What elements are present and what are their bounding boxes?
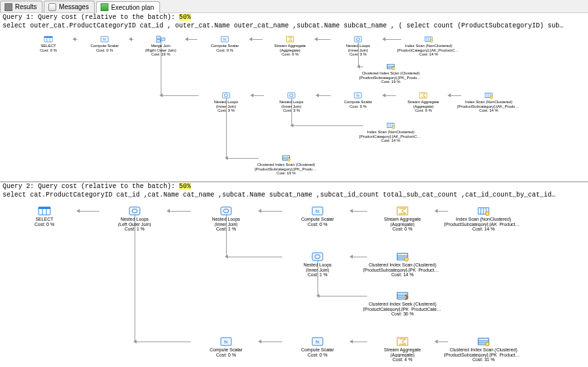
svg-rect-7 <box>157 40 161 42</box>
operator-label: Stream Aggregate <box>259 44 321 48</box>
operator-detail: (Aggregate) <box>363 353 442 358</box>
operator-cost: Cost: 3 % <box>260 108 323 113</box>
plan-operator-select[interactable]: SELECT Cost: 0 % <box>17 35 80 52</box>
scalar-icon: fx <box>278 336 357 347</box>
agg-icon <box>363 206 442 216</box>
plan-operator-agg[interactable]: Stream Aggregate (Aggregate) Cost: 0 % <box>392 91 455 113</box>
plan-operator-cixscan[interactable]: Clustered Index Scan (Clustered) [Produc… <box>444 336 523 362</box>
plan-operator-agg[interactable]: Stream Aggregate (Aggregate) Cost: 4 % <box>363 336 442 362</box>
operator-label: Clustered Index Scan (Clustered) <box>444 347 523 353</box>
plan-canvas[interactable]: SELECT Cost: 0 % Nested Loops (Left Oute… <box>0 199 588 367</box>
operator-label: Nested Loops <box>195 100 257 104</box>
operator-cost: Cost: 3 % <box>327 52 389 57</box>
plan-operator-loops[interactable]: Nested Loops (Inner Join) Cost: 3 % <box>260 91 323 113</box>
operator-detail: (Inner Join) <box>195 104 257 109</box>
tab-execution-plan[interactable]: Execution plan <box>96 1 160 13</box>
svg-text:fx: fx <box>224 339 228 345</box>
plan-operator-loops[interactable]: Nested Loops (Left Outer Join) Cost: 1 % <box>95 206 174 232</box>
plan-operator-select[interactable]: SELECT Cost: 0 % <box>5 206 84 227</box>
loops-icon <box>95 206 174 216</box>
operator-detail: (Left Outer Join) <box>95 222 174 227</box>
query-sql-text: select outer_cat.ProductCategoryID cat_i… <box>0 22 588 30</box>
operator-label: Nested Loops <box>278 263 357 268</box>
svg-text:fx: fx <box>223 37 227 41</box>
loops-icon <box>187 206 265 216</box>
plan-operator-ixscan[interactable]: Index Scan (NonClustered) [ProductSubcat… <box>444 206 523 232</box>
query-block: Query 1: Query cost (relative to the bat… <box>0 13 588 182</box>
ixscan-icon <box>359 121 422 129</box>
plan-operator-scalar[interactable]: fx Compute Scalar Cost: 0 % <box>187 336 265 357</box>
operator-cost: Cost: 23 % <box>129 52 192 57</box>
operator-cost: Cost: 0 % <box>17 48 80 53</box>
plan-operator-loops[interactable]: Nested Loops (Inner Join) Cost: 1 % <box>187 206 265 232</box>
plan-canvas[interactable]: SELECT Cost: 0 %fx Compute Scalar Cost: … <box>0 30 588 182</box>
svg-rect-47 <box>129 207 140 215</box>
operator-detail: (Inner Join) <box>260 104 323 109</box>
tab-results[interactable]: Results <box>0 1 42 12</box>
operator-detail: (Aggregate) <box>259 48 321 53</box>
plan-operator-scalar[interactable]: fx Compute Scalar Cost: 0 % <box>73 35 136 52</box>
operator-cost: Cost: 1 % <box>187 227 265 232</box>
plan-operator-scalar[interactable]: fx Compute Scalar Cost: 0 % <box>327 91 389 108</box>
ixscan-icon <box>444 206 523 216</box>
operator-cost: Cost: 0 % <box>187 353 265 358</box>
tab-label: Execution plan <box>111 4 154 11</box>
operator-cost: Cost: 14 % <box>397 52 460 57</box>
operator-label: Merge Join <box>129 44 192 48</box>
tab-messages[interactable]: Messages <box>44 1 95 12</box>
operator-cost: Cost: 14 % <box>457 108 520 113</box>
plan-operator-cixscan[interactable]: Clustered Index Scan (Clustered) [Produc… <box>255 154 318 176</box>
plan-operator-cixseek[interactable]: Clustered Index Seek (Clustered) [Produc… <box>363 291 442 317</box>
svg-rect-14 <box>354 37 361 42</box>
plan-operator-scalar[interactable]: fx Compute Scalar Cost: 0 % <box>193 35 256 52</box>
svg-text:fx: fx <box>357 93 360 97</box>
tab-label: Results <box>15 3 37 10</box>
plan-operator-cixscan[interactable]: Clustered Index Scan (Clustered) [Produc… <box>359 63 422 84</box>
operator-cost: Cost: 14 % <box>444 227 523 232</box>
query-cost-pct: 50% <box>179 14 191 21</box>
operator-label: Clustered Index Seek (Clustered) <box>363 302 442 307</box>
operator-cost: Cost: 0 % <box>278 222 357 227</box>
scalar-icon: fx <box>327 91 389 99</box>
arrow-icon <box>316 294 319 298</box>
plan-operator-scalar[interactable]: fx Compute Scalar Cost: 0 % <box>278 206 357 227</box>
arrow-icon <box>133 340 137 343</box>
loops-icon <box>327 35 389 43</box>
plan-operator-cixscan[interactable]: Clustered Index Scan (Clustered) [Produc… <box>363 251 442 278</box>
svg-rect-57 <box>312 253 323 261</box>
svg-point-38 <box>392 126 395 129</box>
tab-label: Messages <box>59 3 89 10</box>
operator-cost: Cost: 0 % <box>259 52 321 57</box>
operator-cost: Cost: 14 % <box>359 138 422 143</box>
plan-edge <box>135 342 191 342</box>
arrow-icon <box>290 123 293 127</box>
plan-operator-ixscan[interactable]: Index Scan (NonClustered) [ProductCatego… <box>397 35 460 57</box>
svg-rect-48 <box>221 207 231 215</box>
svg-rect-25 <box>287 93 295 98</box>
operator-detail: (Aggregate) <box>392 104 455 109</box>
plan-operator-scalar[interactable]: fx Compute Scalar Cost: 0 % <box>278 336 357 357</box>
plan-operator-loops[interactable]: Nested Loops (Inner Join) Cost: 1 % <box>278 251 357 278</box>
plan-operator-merge[interactable]: Merge Join (Right Outer Join) Cost: 23 % <box>129 35 192 57</box>
arrow-icon <box>225 156 228 160</box>
plan-operator-agg[interactable]: Stream Aggregate (Aggregate) Cost: 0 % <box>259 35 321 57</box>
plan-operator-ixscan[interactable]: Index Scan (NonClustered) [ProductSubcat… <box>457 91 520 113</box>
operator-label: Compute Scalar <box>278 217 357 222</box>
plan-operator-agg[interactable]: Stream Aggregate (Aggregate) Cost: 0 % <box>363 206 442 232</box>
grid-icon <box>5 3 12 11</box>
svg-point-19 <box>430 40 433 42</box>
operator-cost: Cost: 36 % <box>363 311 442 317</box>
svg-point-56 <box>485 212 489 215</box>
ixscan-icon <box>457 91 520 99</box>
operator-cost: Cost: 1 % <box>278 272 357 278</box>
plan-operator-loops[interactable]: Nested Loops (Inner Join) Cost: 3 % <box>327 35 389 57</box>
execution-plan-pane[interactable]: Query 1: Query cost (relative to the bat… <box>0 13 588 367</box>
query-cost-prefix: Query 2: Query cost (relative to the bat… <box>3 183 179 190</box>
operator-cost: Cost: 0 % <box>193 48 256 53</box>
svg-point-23 <box>392 67 395 70</box>
plan-operator-loops[interactable]: Nested Loops (Inner Join) Cost: 3 % <box>195 91 257 113</box>
operator-detail: [ProductCategory].[AK_ProductCatego… <box>359 135 422 139</box>
operator-label: Nested Loops <box>327 44 389 48</box>
plan-operator-ixscan[interactable]: Index Scan (NonClustered) [ProductCatego… <box>359 121 422 143</box>
operator-cost: Cost: 19 % <box>359 80 422 84</box>
